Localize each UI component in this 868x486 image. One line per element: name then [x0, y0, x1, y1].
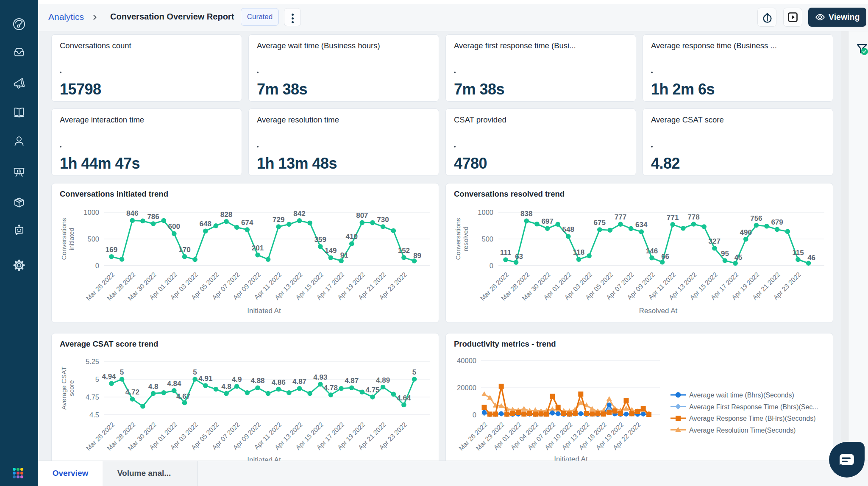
- svg-text:Average CSATscore: Average CSATscore: [60, 366, 75, 409]
- svg-text:838: 838: [520, 210, 532, 218]
- svg-text:697: 697: [541, 217, 553, 225]
- svg-text:778: 778: [687, 213, 699, 221]
- svg-text:4.75: 4.75: [365, 386, 379, 394]
- svg-text:786: 786: [147, 213, 159, 221]
- svg-text:842: 842: [293, 210, 305, 218]
- svg-text:146: 146: [646, 247, 658, 255]
- svg-text:4.75: 4.75: [86, 393, 99, 401]
- svg-text:327: 327: [709, 237, 721, 245]
- svg-text:111: 111: [500, 249, 512, 257]
- svg-text:Initiated At: Initiated At: [247, 307, 281, 315]
- svg-text:201: 201: [252, 244, 264, 252]
- svg-text:5: 5: [120, 368, 124, 376]
- svg-text:634: 634: [635, 221, 648, 229]
- svg-text:115: 115: [792, 249, 804, 257]
- svg-text:807: 807: [356, 211, 368, 219]
- svg-text:4.84: 4.84: [167, 380, 181, 388]
- svg-text:89: 89: [413, 252, 421, 260]
- svg-text:4.5: 4.5: [89, 411, 99, 419]
- svg-text:548: 548: [562, 225, 574, 233]
- svg-text:730: 730: [377, 216, 389, 224]
- svg-text:152: 152: [398, 247, 410, 255]
- svg-text:777: 777: [615, 213, 626, 221]
- svg-text:Conversationsinitiated: Conversationsinitiated: [60, 218, 75, 260]
- svg-text:95: 95: [721, 250, 729, 258]
- svg-text:Average Response Time (BHrs)(S: Average Response Time (BHrs)(Seconds): [689, 415, 816, 422]
- svg-text:4.67: 4.67: [176, 392, 190, 400]
- svg-text:0: 0: [473, 411, 476, 419]
- svg-text:149: 149: [325, 247, 337, 255]
- svg-text:675: 675: [594, 219, 606, 227]
- svg-text:66: 66: [661, 253, 669, 261]
- svg-text:20000: 20000: [457, 384, 476, 392]
- svg-text:5: 5: [95, 375, 99, 383]
- svg-text:63: 63: [515, 253, 523, 261]
- svg-text:40000: 40000: [457, 357, 476, 364]
- svg-text:Average wait time (Bhrs)(Secon: Average wait time (Bhrs)(Seconds): [689, 392, 794, 399]
- svg-text:91: 91: [340, 251, 348, 259]
- svg-text:4.8: 4.8: [148, 383, 159, 391]
- svg-text:4.78: 4.78: [324, 384, 338, 392]
- svg-text:828: 828: [220, 211, 232, 219]
- svg-text:771: 771: [667, 214, 679, 222]
- svg-text:4.89: 4.89: [376, 376, 390, 384]
- svg-text:679: 679: [771, 218, 783, 226]
- svg-text:4.86: 4.86: [272, 378, 286, 386]
- svg-text:4.94: 4.94: [102, 372, 116, 380]
- svg-text:170: 170: [178, 246, 190, 254]
- svg-text:496: 496: [740, 228, 752, 236]
- svg-text:4.91: 4.91: [198, 375, 212, 383]
- svg-text:5: 5: [193, 368, 197, 376]
- svg-text:4.93: 4.93: [313, 373, 327, 381]
- svg-text:500: 500: [481, 235, 493, 243]
- svg-text:Resolved At: Resolved At: [639, 307, 678, 315]
- svg-text:Conversationsresolved: Conversationsresolved: [454, 218, 469, 260]
- svg-text:1000: 1000: [83, 208, 99, 216]
- svg-text:45: 45: [734, 253, 743, 261]
- svg-text:1000: 1000: [478, 208, 493, 216]
- svg-text:5: 5: [412, 368, 416, 376]
- svg-text:500: 500: [87, 235, 99, 243]
- svg-text:0: 0: [490, 262, 493, 269]
- svg-text:4.9: 4.9: [232, 375, 242, 383]
- svg-text:729: 729: [273, 216, 284, 224]
- svg-text:118: 118: [573, 248, 584, 256]
- svg-text:46: 46: [807, 254, 815, 262]
- svg-text:4.87: 4.87: [292, 378, 306, 386]
- svg-text:846: 846: [126, 209, 138, 217]
- svg-text:4.72: 4.72: [125, 388, 139, 396]
- svg-text:359: 359: [314, 236, 326, 244]
- svg-text:648: 648: [200, 220, 211, 228]
- svg-text:410: 410: [346, 233, 358, 241]
- svg-text:4.87: 4.87: [345, 377, 359, 385]
- svg-text:4.8: 4.8: [221, 383, 231, 391]
- svg-text:Average Resolution Time(Second: Average Resolution Time(Seconds): [689, 427, 796, 434]
- svg-text:Average First Response Time (B: Average First Response Time (Bhrs)(Sec..…: [689, 403, 818, 411]
- svg-text:4.88: 4.88: [250, 377, 264, 385]
- svg-text:5.25: 5.25: [86, 358, 99, 365]
- svg-text:674: 674: [241, 219, 253, 227]
- svg-text:600: 600: [168, 222, 180, 231]
- svg-text:169: 169: [106, 246, 117, 254]
- svg-text:0: 0: [95, 262, 99, 269]
- svg-text:756: 756: [750, 214, 762, 222]
- svg-text:4.64: 4.64: [397, 394, 411, 402]
